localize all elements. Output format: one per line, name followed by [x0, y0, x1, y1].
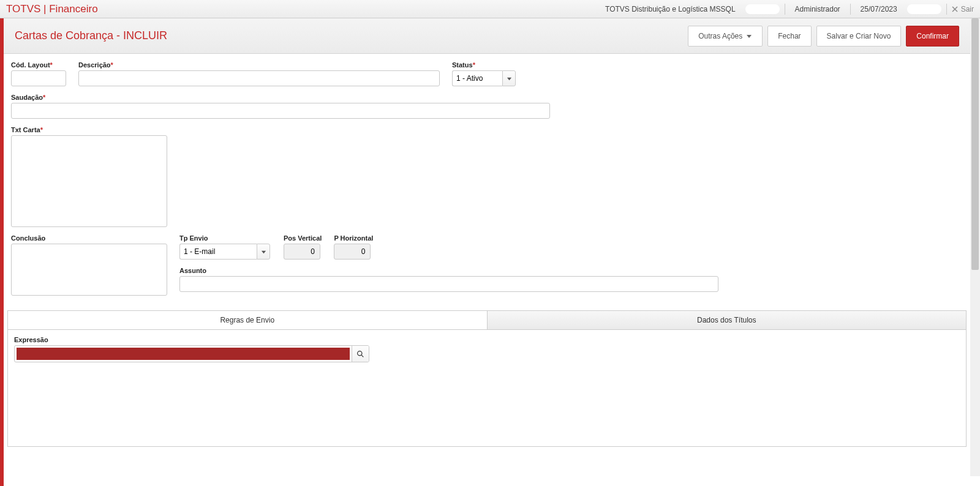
save-and-new-label: Salvar e Criar Novo [827, 32, 891, 40]
txt-carta-textarea[interactable] [11, 135, 167, 227]
close-label: Fechar [778, 32, 801, 40]
top-header: TOTVS | Financeiro TOTVS Distribuição e … [0, 0, 980, 18]
env-label: TOTVS Distribuição e Logística MSSQL [600, 4, 741, 15]
page-title: Cartas de Cobrança - INCLUIR [15, 29, 167, 42]
search-icon [356, 350, 364, 358]
scrollbar-thumb[interactable] [971, 18, 979, 270]
conclusao-textarea[interactable] [11, 244, 167, 296]
tp-envio-label: Tp Envio [179, 234, 271, 242]
tab-regras-envio[interactable]: Regras de Envio [8, 311, 488, 329]
vertical-scrollbar[interactable] [970, 18, 980, 476]
svg-point-5 [358, 351, 362, 355]
confirm-label: Confirmar [916, 32, 949, 40]
txt-carta-label: Txt Carta [11, 126, 167, 133]
status-label: Status [452, 61, 519, 69]
svg-marker-2 [747, 35, 752, 38]
close-icon [952, 6, 958, 12]
exit-label: Sair [961, 5, 974, 13]
time-blank [907, 4, 941, 14]
status-select[interactable] [452, 70, 502, 86]
chevron-down-icon [507, 76, 512, 81]
divider [785, 4, 785, 15]
divider [850, 4, 851, 15]
divider [946, 4, 947, 15]
close-button[interactable]: Fechar [767, 26, 811, 47]
cod-layout-input[interactable] [11, 70, 66, 86]
tabs-container: Regras de Envio Dados dos Títulos Expres… [7, 310, 967, 447]
chevron-down-icon [746, 33, 752, 39]
expressao-input[interactable] [17, 348, 350, 360]
expressao-field [14, 345, 369, 362]
p-horizontal-input[interactable] [334, 244, 371, 260]
confirm-button[interactable]: Confirmar [906, 26, 959, 47]
svg-marker-3 [507, 77, 511, 80]
chevron-down-icon [261, 249, 266, 255]
save-and-new-button[interactable]: Salvar e Criar Novo [816, 26, 902, 47]
expressao-label: Expressão [14, 336, 960, 343]
pos-vertical-input[interactable] [284, 244, 320, 260]
tp-envio-dropdown-button[interactable] [257, 244, 270, 260]
header-meta: TOTVS Distribuição e Logística MSSQL Adm… [600, 4, 974, 15]
assunto-input[interactable] [179, 276, 718, 292]
user-label: Administrador [790, 4, 845, 15]
pos-vertical-label: Pos Vertical [284, 234, 322, 242]
conclusao-label: Conclusão [11, 234, 167, 242]
tp-envio-select[interactable] [179, 244, 257, 260]
tab-dados-titulos[interactable]: Dados dos Títulos [488, 311, 967, 329]
action-bar: Cartas de Cobrança - INCLUIR Outras Açõe… [4, 18, 970, 54]
svg-line-6 [361, 355, 363, 357]
exit-button[interactable]: Sair [952, 5, 974, 13]
expressao-search-button[interactable] [352, 346, 369, 362]
other-actions-button[interactable]: Outras Ações [688, 26, 763, 47]
p-horizontal-label: P Horizontal [334, 234, 373, 242]
tab-dados-titulos-label: Dados dos Títulos [697, 316, 756, 324]
app-title: TOTVS | Financeiro [6, 3, 98, 15]
tab-content: Expressão [8, 330, 966, 446]
saudacao-label: Saudação [11, 94, 550, 101]
assunto-label: Assunto [179, 267, 718, 274]
env-extra-blank [745, 4, 780, 14]
svg-marker-4 [261, 250, 265, 253]
cod-layout-label: Cód. Layout [11, 61, 66, 69]
tab-regras-envio-label: Regras de Envio [220, 316, 274, 324]
descricao-input[interactable] [78, 70, 440, 86]
descricao-label: Descrição [78, 61, 440, 69]
date-label: 25/07/2023 [856, 4, 902, 15]
other-actions-label: Outras Ações [698, 32, 742, 40]
saudacao-input[interactable] [11, 103, 550, 119]
form-body: Cód. Layout Descrição Status Saudaçã [4, 54, 970, 310]
status-dropdown-button[interactable] [502, 70, 516, 86]
